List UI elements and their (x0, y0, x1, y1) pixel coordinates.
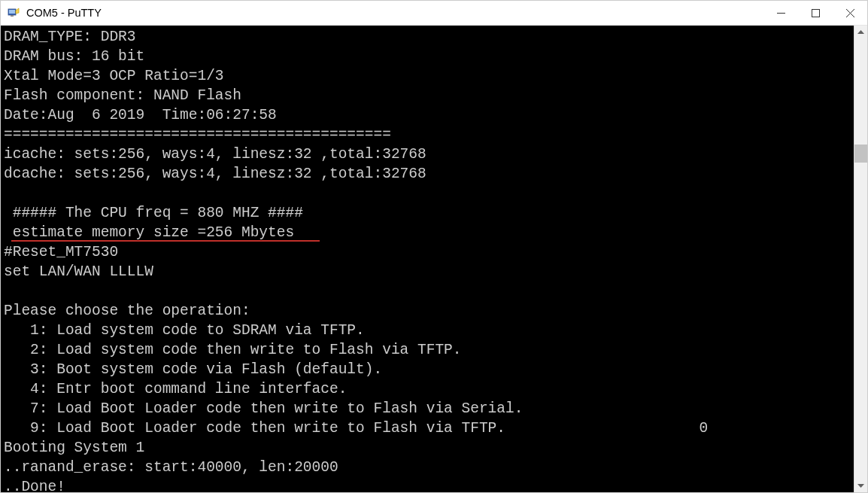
terminal-line: 7: Load Boot Loader code then write to F… (4, 399, 851, 418)
window-controls (763, 1, 867, 25)
terminal-line: ..ranand_erase: start:40000, len:20000 (4, 458, 851, 477)
terminal-container: DRAM_TYPE: DDR3DRAM bus: 16 bitXtal Mode… (1, 26, 867, 492)
terminal-line: 9: Load Boot Loader code then write to F… (4, 418, 851, 438)
svg-rect-1 (9, 10, 15, 14)
terminal-output[interactable]: DRAM_TYPE: DDR3DRAM bus: 16 bitXtal Mode… (1, 26, 854, 492)
terminal-line: 3: Boot system code via Flash (default). (4, 360, 851, 379)
window-title: COM5 - PuTTY (26, 7, 763, 19)
terminal-line: ..Done! (4, 477, 851, 492)
terminal-line: ========================================… (4, 125, 851, 145)
terminal-line: Booting System 1 (4, 438, 851, 458)
scroll-up-button[interactable] (854, 26, 867, 39)
scroll-down-button[interactable] (854, 479, 867, 492)
terminal-line: icache: sets:256, ways:4, linesz:32 ,tot… (4, 145, 851, 164)
terminal-line: ##### The CPU freq = 880 MHZ #### (4, 203, 851, 223)
terminal-line: 1: Load system code to SDRAM via TFTP. (4, 321, 851, 340)
terminal-line: Flash component: NAND Flash (4, 86, 851, 105)
window-titlebar: COM5 - PuTTY (1, 1, 867, 26)
terminal-line: dcache: sets:256, ways:4, linesz:32 ,tot… (4, 164, 851, 184)
scroll-track[interactable] (854, 39, 867, 479)
terminal-line: Xtal Mode=3 OCP Ratio=1/3 (4, 66, 851, 86)
terminal-line: DRAM_TYPE: DDR3 (4, 27, 851, 47)
terminal-line: set LAN/WAN LLLLW (4, 262, 851, 281)
terminal-line: 4: Entr boot command line interface. (4, 379, 851, 399)
terminal-line (4, 184, 851, 203)
highlight-underline (11, 240, 320, 242)
terminal-line: Date:Aug 6 2019 Time:06:27:58 (4, 105, 851, 125)
close-button[interactable] (833, 1, 867, 25)
terminal-line (4, 281, 851, 301)
terminal-line: Please choose the operation: (4, 301, 851, 321)
terminal-line: 2: Load system code then write to Flash … (4, 340, 851, 360)
svg-rect-4 (812, 9, 819, 17)
scroll-thumb[interactable] (854, 145, 867, 162)
maximize-button[interactable] (798, 1, 833, 25)
minimize-button[interactable] (763, 1, 798, 25)
terminal-line: #Reset_MT7530 (4, 242, 851, 262)
terminal-line: DRAM bus: 16 bit (4, 47, 851, 66)
svg-rect-2 (11, 15, 14, 17)
putty-icon (7, 6, 20, 20)
vertical-scrollbar[interactable] (854, 26, 867, 492)
